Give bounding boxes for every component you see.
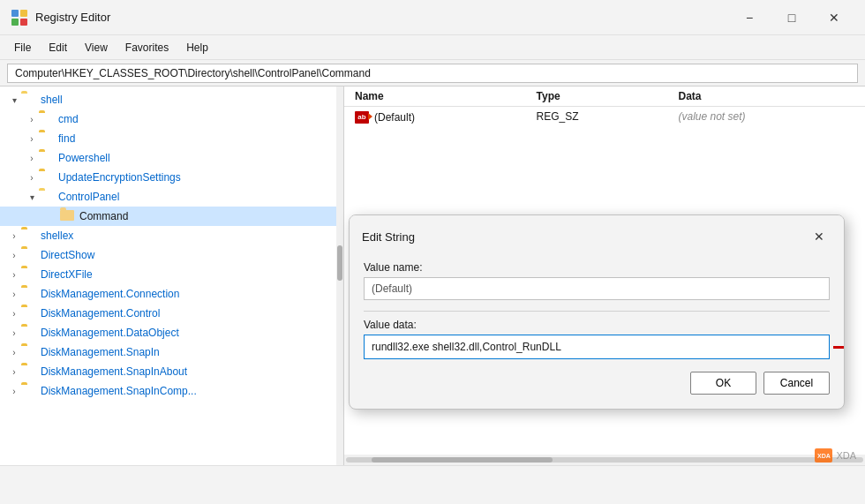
folder-icon-directxfile	[21, 268, 37, 281]
value-name-input[interactable]	[364, 277, 830, 300]
tree-label-directxfile: DirectXFile	[41, 268, 93, 281]
menu-favorites[interactable]: Favorites	[117, 39, 177, 56]
address-bar: Computer\HKEY_CLASSES_ROOT\Directory\she…	[0, 60, 865, 87]
chevron-icon-shellex: ›	[7, 229, 21, 243]
tree-item-diskdata[interactable]: › DiskManagement.DataObject	[0, 323, 343, 342]
row-name: ab (Default)	[344, 107, 526, 126]
folder-icon-controlpanel	[39, 191, 55, 203]
tree-item-shellex[interactable]: › shellex	[0, 226, 343, 245]
address-path[interactable]: Computer\HKEY_CLASSES_ROOT\Directory\she…	[7, 64, 858, 83]
chevron-icon-command	[46, 209, 60, 223]
tree-item-command[interactable]: Command	[0, 207, 343, 226]
tree-item-find[interactable]: › find	[0, 129, 343, 148]
edit-string-dialog: Edit String ✕ Value name: Value data: OK…	[349, 214, 845, 410]
svg-rect-2	[11, 19, 19, 26]
tree-label-powershell: Powershell	[58, 152, 110, 164]
tree-item-disksnapinabout[interactable]: › DiskManagement.SnapInAbout	[0, 362, 343, 381]
chevron-icon-directshow: ›	[7, 248, 21, 262]
tree-label-cmd: cmd	[58, 113, 79, 125]
chevron-icon-cmd: ›	[25, 112, 39, 126]
folder-icon-diskdata	[21, 327, 37, 339]
title-bar: Registry Editor − □ ✕	[0, 0, 865, 35]
tree-label-shell: shell	[41, 94, 63, 106]
tree-content: ▾ shell › cmd › find	[0, 87, 343, 404]
xda-logo: XDA	[815, 448, 832, 463]
svg-rect-0	[11, 10, 19, 17]
svg-rect-1	[20, 10, 27, 17]
tree-label-updateencryption: UpdateEncryptionSettings	[58, 171, 181, 184]
tree-item-diskctrl[interactable]: › DiskManagement.Control	[0, 304, 343, 323]
ok-button[interactable]: OK	[690, 372, 756, 395]
hscrollbar-track	[346, 457, 863, 463]
maximize-button[interactable]: □	[771, 4, 812, 32]
tree-scrollbar-thumb[interactable]	[337, 245, 342, 281]
menu-view[interactable]: View	[76, 39, 117, 56]
table-row[interactable]: ab (Default) REG_SZ (value not set)	[344, 107, 865, 126]
ab-icon: ab	[355, 111, 369, 124]
menu-bar: File Edit View Favorites Help	[0, 35, 865, 60]
dialog-buttons: OK Cancel	[364, 372, 830, 395]
tree-item-disksnapin[interactable]: › DiskManagement.SnapIn	[0, 342, 343, 362]
menu-edit[interactable]: Edit	[40, 39, 76, 56]
tree-item-shell[interactable]: ▾ shell	[0, 90, 343, 109]
tree-item-powershell[interactable]: › Powershell	[0, 148, 343, 168]
column-type: Type	[526, 87, 668, 107]
column-data: Data	[667, 87, 865, 107]
tree-label-shellex: shellex	[41, 229, 73, 242]
cancel-button[interactable]: Cancel	[763, 372, 830, 395]
folder-icon-diskctrl	[21, 307, 37, 320]
folder-icon-diskconn	[21, 288, 37, 300]
tree-label-diskdata: DiskManagement.DataObject	[41, 327, 179, 339]
chevron-icon-controlpanel: ▾	[25, 190, 39, 204]
tree-item-controlpanel[interactable]: ▾ ControlPanel	[0, 187, 343, 207]
window-title: Registry Editor	[35, 11, 729, 24]
data-hscrollbar[interactable]	[344, 455, 865, 465]
folder-icon-cmd	[39, 113, 55, 125]
menu-help[interactable]: Help	[177, 39, 217, 56]
tree-scrollbar[interactable]	[336, 87, 343, 485]
tree-item-updateencryption[interactable]: › UpdateEncryptionSettings	[0, 168, 343, 187]
value-data-row	[364, 335, 830, 359]
minimize-button[interactable]: −	[729, 4, 770, 32]
tree-label-diskconn: DiskManagement.Connection	[41, 288, 179, 300]
tree-item-directxfile[interactable]: › DirectXFile	[0, 265, 343, 284]
chevron-icon-find: ›	[25, 132, 39, 146]
chevron-icon-disksnapincomp: ›	[7, 384, 21, 398]
tree-pane: ▾ shell › cmd › find	[0, 87, 344, 485]
folder-icon-shell	[21, 94, 37, 106]
close-button[interactable]: ✕	[814, 4, 854, 32]
tree-item-directshow[interactable]: › DirectShow	[0, 245, 343, 265]
hscrollbar-thumb[interactable]	[372, 457, 553, 463]
chevron-icon-diskdata: ›	[7, 326, 21, 340]
dialog-close-button[interactable]: ✕	[807, 224, 831, 249]
tree-label-diskctrl: DiskManagement.Control	[41, 307, 160, 320]
tree-label-controlpanel: ControlPanel	[58, 191, 119, 203]
folder-icon-disksnapincomp	[21, 385, 37, 397]
status-bar	[0, 465, 865, 485]
folder-icon-updateencryption	[39, 171, 55, 184]
row-type: REG_SZ	[526, 107, 668, 126]
chevron-icon-disksnapin: ›	[7, 345, 21, 359]
tree-item-diskconn[interactable]: › DiskManagement.Connection	[0, 284, 343, 304]
tree-item-disksnapincomp[interactable]: › DiskManagement.SnapInComp...	[0, 381, 343, 401]
chevron-icon-shell: ▾	[7, 93, 21, 107]
tree-label-command: Command	[79, 210, 128, 222]
folder-icon-shellex	[21, 229, 37, 242]
xda-text: XDA	[836, 450, 856, 461]
folder-icon-disksnapinabout	[21, 365, 37, 378]
dialog-body: Value name: Value data: OK Cancel	[350, 254, 844, 409]
chevron-icon-directxfile: ›	[7, 267, 21, 282]
column-name: Name	[344, 87, 526, 107]
tree-item-cmd[interactable]: › cmd	[0, 109, 343, 129]
menu-file[interactable]: File	[5, 39, 40, 56]
chevron-icon-powershell: ›	[25, 151, 39, 165]
value-name-label: Value name:	[364, 261, 830, 274]
tree-label-disksnapin: DiskManagement.SnapIn	[41, 346, 160, 358]
value-data-input[interactable]	[364, 335, 830, 359]
arrow-indicator	[833, 338, 845, 356]
dialog-title-bar: Edit String ✕	[350, 215, 844, 254]
folder-icon-find	[39, 132, 55, 145]
folder-icon-directshow	[21, 249, 37, 261]
tree-label-find: find	[58, 132, 75, 145]
window-controls: − □ ✕	[729, 4, 854, 32]
